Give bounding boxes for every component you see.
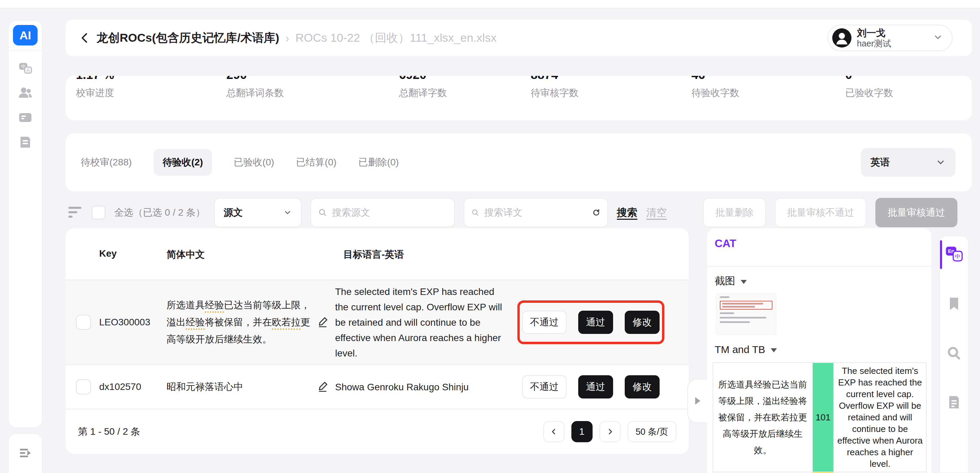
stat-pending-accept-words: 46 待验收字数 xyxy=(691,76,739,100)
batch-delete-button[interactable]: 批量删除 xyxy=(703,198,766,227)
reject-button[interactable]: 不通过 xyxy=(522,311,566,334)
modify-button[interactable]: 修改 xyxy=(625,375,660,398)
sidebar-bottom xyxy=(8,433,42,473)
breadcrumb-separator: › xyxy=(286,32,289,45)
search-link[interactable]: 搜索 xyxy=(617,206,637,220)
stat-value: 1.17 % xyxy=(76,76,114,81)
prev-page-button[interactable] xyxy=(543,421,565,442)
row-key: dx102570 xyxy=(99,381,141,392)
tm-target-cell: The selected item's EXP has reached the … xyxy=(834,363,926,472)
search-source-input[interactable] xyxy=(332,207,447,218)
panel-collapse-handle[interactable] xyxy=(687,379,707,423)
translate-en-zh-icon[interactable]: En 中 xyxy=(945,244,963,263)
edit-pencil-icon[interactable] xyxy=(317,380,329,394)
stat-label: 总翻译词条数 xyxy=(226,86,284,100)
tm-section-label: TM and TB xyxy=(715,344,765,356)
triangle-down-icon xyxy=(741,280,747,284)
svg-text:A: A xyxy=(27,68,29,73)
column-header-source: 简体中文 xyxy=(167,248,205,261)
row-key: LEO300003 xyxy=(99,317,150,328)
row-checkbox[interactable] xyxy=(76,379,91,394)
screenshot-section-toggle[interactable]: 截图 xyxy=(715,274,747,288)
stat-total-words: 6920 总翻译字数 xyxy=(399,76,447,100)
stat-label: 校审进度 xyxy=(76,86,114,100)
thumbnail-line xyxy=(720,313,734,314)
row-checkbox[interactable] xyxy=(76,315,91,330)
chevron-left-icon xyxy=(549,427,558,436)
segments-table: Key 简体中文 目标语言-英语 LEO300003 所选道具经验已达当前等级上… xyxy=(66,228,689,454)
tab-pending-review[interactable]: 待校审(288) xyxy=(81,156,132,169)
search-target-input[interactable] xyxy=(484,207,587,218)
row-source-text: 所选道具经验已达当前等级上限，溢出经验将被保留，并在欧若拉更高等级开放后继续生效… xyxy=(167,297,317,348)
refresh-icon[interactable] xyxy=(592,207,600,218)
select-all-checkbox[interactable] xyxy=(92,206,105,219)
search-target-box xyxy=(464,198,608,227)
sidebar-nav: 中 A xyxy=(8,51,42,150)
tab-accepted[interactable]: 已验收(0) xyxy=(234,156,274,169)
tab-settled[interactable]: 已结算(0) xyxy=(296,156,336,169)
batch-reject-button[interactable]: 批量审核不通过 xyxy=(775,198,867,227)
stat-review-progress: 1.17 % 校审进度 xyxy=(76,76,114,100)
page-number-current[interactable]: 1 xyxy=(571,421,593,442)
page: AI 中 A xyxy=(0,0,980,473)
pagination-controls: 1 50 条/页 xyxy=(543,421,676,442)
stat-label: 已验收字数 xyxy=(845,86,893,100)
filter-icon[interactable] xyxy=(68,207,83,218)
page-size-select[interactable]: 50 条/页 xyxy=(627,421,676,442)
next-page-button[interactable] xyxy=(600,421,620,442)
approve-button[interactable]: 通过 xyxy=(578,375,613,398)
thumbnail-line xyxy=(722,306,755,308)
row-actions: 不通过 通过 修改 xyxy=(517,365,664,409)
status-tabs: 待校审(288) 待验收(2) 已验收(0) 已结算(0) 已删除(0) 英语 xyxy=(66,133,972,191)
tm-section-toggle[interactable]: TM and TB xyxy=(715,344,777,356)
svg-text:中: 中 xyxy=(955,254,961,259)
column-select[interactable]: 源文 xyxy=(214,198,302,227)
edit-pencil-icon[interactable] xyxy=(317,316,329,329)
reject-button[interactable]: 不通过 xyxy=(522,375,566,398)
search-icon xyxy=(318,208,327,218)
breadcrumb-project[interactable]: 龙创ROCs(包含历史记忆库/术语库) xyxy=(96,30,279,46)
user-menu[interactable]: 刘一戈 haer测试 xyxy=(827,25,953,51)
select-all-label: 全选（已选 0 / 2 条） xyxy=(114,206,205,219)
tab-deleted[interactable]: 已删除(0) xyxy=(358,156,399,169)
user-info: 刘一戈 haer测试 xyxy=(857,28,891,49)
bookmark-icon[interactable] xyxy=(946,296,962,312)
approve-button[interactable]: 通过 xyxy=(578,311,613,334)
users-icon[interactable] xyxy=(17,85,33,101)
search-icon xyxy=(471,208,479,218)
right-toolbar: En 中 xyxy=(940,236,968,473)
app-logo[interactable]: AI xyxy=(13,25,38,46)
document-icon[interactable] xyxy=(946,394,962,411)
tab-pending-accept[interactable]: 待验收(2) xyxy=(154,149,212,176)
active-tab-indicator xyxy=(940,240,942,269)
tm-row[interactable]: 所选道具经验已达当前等级上限，溢出经验将被保留，并在欧若拉更高等级开放后继续生效… xyxy=(713,363,926,472)
screenshot-section-label: 截图 xyxy=(715,274,735,288)
table-row: dx102570 昭和元禄落语心中 Showa Genroku Rakugo S… xyxy=(66,364,689,410)
language-select[interactable]: 英语 xyxy=(861,148,955,177)
search-icon[interactable] xyxy=(946,345,962,361)
right-toolbar-icons: En 中 xyxy=(940,236,968,411)
thumbnail-line xyxy=(720,296,729,298)
batch-approve-button[interactable]: 批量审核通过 xyxy=(875,198,958,227)
stat-accepted-words: 0 已验收字数 xyxy=(845,76,893,100)
stat-value: 46 xyxy=(691,76,739,81)
chevron-right-icon xyxy=(606,427,614,436)
divider xyxy=(707,266,931,267)
translate-icon[interactable]: 中 A xyxy=(17,60,33,76)
tm-results-table: 所选道具经验已达当前等级上限，溢出经验将被保留，并在欧若拉更高等级开放后继续生效… xyxy=(713,362,927,473)
avatar xyxy=(832,29,851,48)
triangle-right-icon xyxy=(695,397,700,405)
chevron-down-icon xyxy=(935,157,946,167)
tm-source-cell: 所选道具经验已达当前等级上限，溢出经验将被保留，并在欧若拉更高等级开放后继续生效… xyxy=(713,363,813,472)
breadcrumb-file: ROCs 10-22 （回收）111_xlsx_en.xlsx xyxy=(296,30,496,46)
clear-link[interactable]: 清空 xyxy=(646,206,667,220)
stat-value: 6920 xyxy=(399,76,447,81)
modify-button[interactable]: 修改 xyxy=(625,311,660,334)
expand-menu-icon[interactable] xyxy=(17,444,33,473)
triangle-down-icon xyxy=(771,348,777,352)
screenshot-thumbnail[interactable] xyxy=(716,293,776,335)
card-icon[interactable] xyxy=(17,110,33,126)
back-button[interactable] xyxy=(76,30,93,46)
stat-pending-review-words: 8874 待审核字数 xyxy=(531,76,579,100)
document-icon[interactable] xyxy=(17,134,33,150)
